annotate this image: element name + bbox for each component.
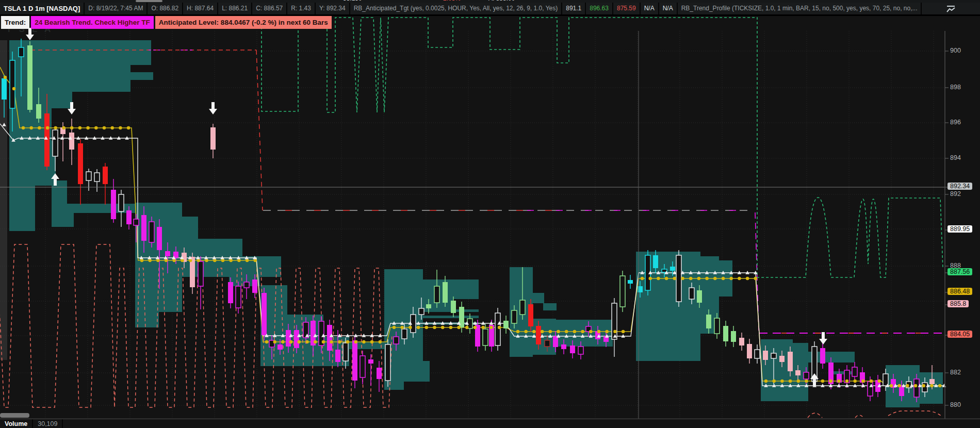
axis-price-badge: 884.05 bbox=[948, 331, 972, 338]
axis-price-badge: 892.34 bbox=[948, 183, 972, 190]
axis-price-badge: 889.95 bbox=[948, 225, 972, 233]
axis-price-label: 892 bbox=[950, 190, 961, 197]
axis-price-label: 898 bbox=[950, 84, 961, 91]
sell-signal-arrow-icon bbox=[209, 102, 217, 114]
trend-status-bar: Trend: 24 Bearish Trend. Check Higher TF… bbox=[1, 16, 332, 29]
sell-signal-arrow-icon bbox=[26, 28, 34, 40]
horizontal-scrollbar-thumb[interactable] bbox=[0, 413, 29, 418]
volume-status-bar: Volume 30,109 bbox=[0, 419, 980, 428]
axis-price-label: 880 bbox=[950, 401, 961, 408]
axis-price-label: 894 bbox=[950, 154, 961, 161]
axis-price-badge: 887.56 bbox=[948, 268, 972, 275]
axis-price-badge: 886.48 bbox=[948, 288, 972, 295]
anticipated-level-badge: Anticipated Level: 884.0467 (-0.2 %) in … bbox=[155, 16, 332, 29]
axis-price-label: 900 bbox=[950, 47, 961, 54]
axis-price-label: 882 bbox=[950, 369, 961, 376]
sell-signal-arrow-icon bbox=[819, 332, 827, 344]
volume-label[interactable]: Volume bbox=[0, 419, 33, 428]
trading-platform-window: 33.130 -2.05% A: 888.00 TSLA 1 D 1m [NAS… bbox=[0, 0, 980, 428]
price-axis[interactable]: 900898896894892888882880892.34889.95887.… bbox=[945, 0, 980, 419]
axis-price-label: 896 bbox=[950, 119, 961, 126]
volume-value: 30,109 bbox=[33, 419, 63, 428]
bearish-trend-badge: 24 Bearish Trend. Check Higher TF bbox=[31, 16, 154, 29]
axis-price-badge: 885.8 bbox=[948, 300, 969, 307]
chart-canvas[interactable] bbox=[0, 0, 980, 428]
trend-label: Trend: bbox=[1, 16, 29, 29]
